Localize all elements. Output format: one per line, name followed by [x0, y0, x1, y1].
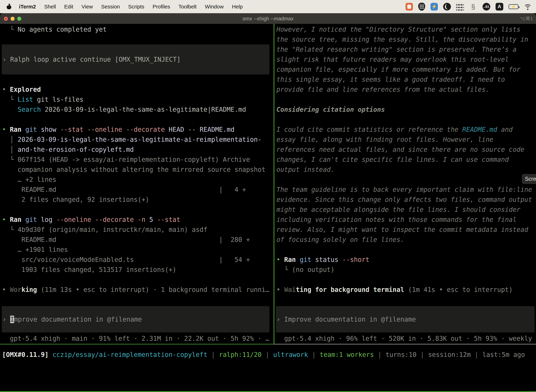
menu-session[interactable]: Session: [101, 4, 120, 10]
text-segment-white: Ran: [10, 126, 21, 133]
terminal-line: the "Related research writing" section i…: [277, 44, 536, 54]
minimize-button[interactable]: [10, 17, 14, 21]
terminal-line: Search 2026-03-09-is-legal-the-same-as-l…: [2, 104, 274, 115]
right-agent-pane[interactable]: However, I noticed the "Directory Struct…: [274, 24, 536, 344]
text-segment-teal: Search: [18, 106, 41, 113]
text-segment-gbullet: •: [2, 126, 10, 133]
menu-window[interactable]: Window: [205, 4, 224, 10]
apple-menu-icon[interactable]: [7, 4, 11, 9]
text-segment-sep: |: [308, 351, 320, 359]
text-segment-bright: git ls-files: [33, 96, 83, 103]
badge-61-icon[interactable]: ..61: [483, 3, 490, 10]
terminal-line: companion analysis without altering the …: [2, 165, 274, 175]
terminal-line: • Explored: [2, 84, 274, 94]
menu-view[interactable]: View: [81, 4, 93, 10]
window-title-bar[interactable]: omx --xhigh --madmax ⌥⌘1: [0, 13, 536, 24]
blank-line: [2, 34, 274, 44]
text-segment-shim1: Wai: [284, 286, 296, 294]
macos-menu-bar: iTerm2ShellEditViewSessionScriptsProfile…: [0, 0, 536, 13]
menu-scripts[interactable]: Scripts: [128, 4, 144, 10]
terminal-line: • Ran git status --short: [277, 255, 536, 265]
text-segment-grn: --: [184, 126, 196, 133]
text-segment-dim: •: [277, 286, 284, 294]
text-segment-dim: gpt-5.4 xhigh · 96% left · 520K in · 5.8…: [277, 335, 536, 342]
text-segment-it: provide file and line references from th…: [277, 86, 489, 93]
terminal-line: │ and-the-erosion-of-copyleft.md: [2, 145, 274, 154]
terminal-line: provide file and line references from th…: [277, 84, 536, 94]
text-segment-dim: … +2 lines: [2, 176, 56, 183]
prompt-input[interactable]: › Improve documentation in @filename: [2, 306, 269, 332]
close-button[interactable]: [4, 17, 8, 21]
text-segment-dim: README.md | 4 +: [2, 186, 246, 193]
terminal-line: │ 2026-03-09-is-legal-the-same-as-legiti…: [2, 135, 274, 145]
menu-help[interactable]: Help: [232, 4, 243, 10]
blank-line: [277, 115, 536, 125]
text-segment-sep: |: [471, 351, 482, 359]
terminal-line: └ 4b9d30f (origin/main, instructkr/main,…: [2, 225, 274, 235]
text-segment-it: evidence. Since this change only affects…: [277, 196, 532, 203]
text-segment-it: companion file, especially if more comme…: [277, 66, 520, 73]
text-segment-it: output instead.: [277, 166, 335, 173]
text-segment-tealit: README.md: [462, 126, 497, 133]
terminal-line: However, I noticed the "Directory Struct…: [277, 24, 536, 34]
squiggle-icon[interactable]: §: [469, 3, 477, 11]
text-segment-it: I could cite commit statistics or refere…: [277, 126, 462, 133]
text-segment-shim2: ting for background terminal: [296, 286, 404, 294]
terminal-line: … +2 lines: [2, 175, 274, 185]
text-segment-it: review. Also, I might want to inspect th…: [277, 226, 528, 233]
text-segment-dim: 4b9d30f (origin/main, instructkr/main, m…: [18, 226, 207, 233]
text-segment-teal: ultrawork: [273, 351, 308, 359]
blank-line: [277, 295, 536, 305]
text-segment-teal: List: [18, 96, 33, 103]
text-segment-itb: Considering citation options: [277, 106, 385, 113]
window-title: omx --xhigh --madmax: [243, 16, 293, 22]
menu-iterm2[interactable]: iTerm2: [19, 4, 36, 10]
prompt-input[interactable]: › Improve documentation in @filename: [276, 306, 535, 332]
blue-bolt-icon[interactable]: ⚡: [431, 3, 438, 10]
text-segment-tree: │: [2, 136, 18, 143]
letter-a-icon[interactable]: A: [496, 3, 503, 10]
blank-line: [2, 295, 274, 305]
shield-grid-icon[interactable]: [418, 3, 425, 11]
zoom-button[interactable]: [17, 17, 21, 21]
text-segment-dim: README.md | 280 +: [2, 236, 250, 243]
text-segment-sep: |: [374, 351, 385, 359]
text-segment-salmon: --short: [338, 256, 369, 263]
tmux-status-bar: [omx-cczip0:bash* "MacBook-Pro-44.local"…: [0, 391, 536, 392]
text-segment-it: slight risk that future readers may over…: [277, 56, 509, 63]
text-segment-it: of focusing solely on file lines.: [277, 236, 404, 243]
text-segment-boxtext: Ralph loop active continue [OMX_TMUX_INJ…: [10, 56, 181, 63]
text-segment-tree: └: [2, 156, 18, 163]
text-segment-prompt: mprove documentation in @filename: [14, 316, 142, 323]
left-agent-pane[interactable]: └ No agents completed yet› Ralph loop ac…: [0, 24, 274, 344]
dots-grid-icon[interactable]: [456, 3, 464, 10]
menu-profiles[interactable]: Profiles: [153, 4, 170, 10]
text-segment-it: the "Related research writing" section i…: [277, 46, 517, 53]
menu-toolbelt[interactable]: Toolbelt: [178, 4, 196, 10]
crescent-moon-icon[interactable]: [443, 3, 451, 10]
menu-shell[interactable]: Shell: [44, 4, 56, 10]
screenshot-chat-icon[interactable]: [406, 3, 413, 10]
wifi-icon[interactable]: [524, 3, 532, 10]
terminal-line: • Ran git log --oneline --decorate -n 5 …: [2, 215, 274, 225]
wifi-arc: [527, 9, 528, 10]
text-segment-lav: and-the-erosion-of-copyleft.md: [18, 146, 134, 153]
battery-bolt-glyph: ⚡: [511, 5, 516, 9]
notice-box: › Ralph loop active continue [OMX_TMUX_I…: [2, 44, 269, 75]
text-segment-bright: 2026-03-09-is-legal-the-same-as-legitima…: [41, 106, 246, 113]
prompt-input-text: › Improve documentation in @filename: [2, 314, 142, 324]
terminal-line: … +1901 lines: [2, 245, 274, 255]
terminal-line: review. Also, I might want to inspect th…: [277, 225, 536, 235]
terminal-line: • Waiting for background terminal (1m 41…: [277, 285, 536, 295]
terminal-line: └ 067f154 (HEAD -> essay/ai-reimplementa…: [2, 154, 274, 165]
screen-tooltip: Scre: [522, 174, 536, 184]
text-segment-dim: •: [2, 286, 10, 294]
terminal-line: • Ran git show --stat --oneline --decora…: [2, 125, 274, 135]
text-segment-cursor: I: [10, 316, 14, 323]
menu-edit[interactable]: Edit: [64, 4, 73, 10]
terminal-content[interactable]: └ No agents completed yet› Ralph loop ac…: [0, 24, 536, 392]
blank-line: [277, 245, 536, 255]
terminal-line: references need actual files, and since …: [277, 145, 536, 154]
battery-bolt-icon[interactable]: ⚡: [509, 4, 518, 9]
text-segment-dim: 067f154 (HEAD -> essay/ai-reimplementati…: [18, 156, 250, 163]
